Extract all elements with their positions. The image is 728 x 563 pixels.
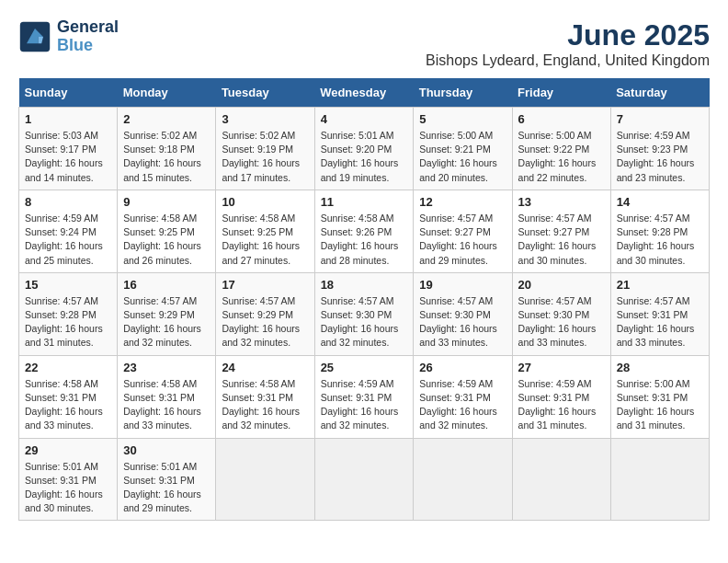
day-info: Sunrise: 4:58 AM Sunset: 9:25 PM Dayligh…: [222, 212, 308, 268]
day-info: Sunrise: 5:00 AM Sunset: 9:21 PM Dayligh…: [419, 129, 506, 185]
day-info: Sunrise: 5:03 AM Sunset: 9:17 PM Dayligh…: [25, 129, 111, 185]
day-info: Sunrise: 4:57 AM Sunset: 9:28 PM Dayligh…: [25, 294, 111, 350]
day-number: 11: [321, 195, 408, 209]
day-number: 25: [321, 361, 408, 374]
calendar-cell: 3Sunrise: 5:02 AM Sunset: 9:19 PM Daylig…: [216, 108, 314, 190]
day-info: Sunrise: 5:01 AM Sunset: 9:31 PM Dayligh…: [123, 460, 210, 516]
calendar-cell: 4Sunrise: 5:01 AM Sunset: 9:20 PM Daylig…: [314, 108, 414, 190]
day-info: Sunrise: 4:57 AM Sunset: 9:31 PM Dayligh…: [617, 294, 703, 350]
day-info: Sunrise: 4:59 AM Sunset: 9:23 PM Dayligh…: [617, 129, 703, 185]
day-number: 20: [518, 278, 605, 292]
day-info: Sunrise: 4:59 AM Sunset: 9:31 PM Dayligh…: [518, 377, 605, 433]
day-number: 10: [222, 195, 308, 209]
day-info: Sunrise: 4:57 AM Sunset: 9:30 PM Dayligh…: [419, 294, 506, 350]
day-number: 3: [222, 112, 308, 126]
day-number: 28: [617, 361, 703, 374]
day-number: 26: [419, 361, 506, 374]
calendar-title: June 2025: [426, 18, 710, 52]
calendar-cell: 24Sunrise: 4:58 AM Sunset: 9:31 PM Dayli…: [216, 355, 314, 438]
calendar-cell: 30Sunrise: 5:01 AM Sunset: 9:31 PM Dayli…: [118, 438, 216, 521]
day-info: Sunrise: 4:59 AM Sunset: 9:31 PM Dayligh…: [419, 377, 506, 433]
title-block: June 2025 Bishops Lydeard, England, Unit…: [426, 18, 710, 69]
day-number: 21: [617, 278, 703, 292]
day-number: 1: [25, 112, 111, 126]
calendar-cell: 7Sunrise: 4:59 AM Sunset: 9:23 PM Daylig…: [610, 108, 709, 190]
week-row-2: 8Sunrise: 4:59 AM Sunset: 9:24 PM Daylig…: [19, 190, 710, 272]
header-cell-thursday: Thursday: [414, 78, 512, 108]
calendar-cell: 22Sunrise: 4:58 AM Sunset: 9:31 PM Dayli…: [19, 355, 118, 438]
calendar-cell: 26Sunrise: 4:59 AM Sunset: 9:31 PM Dayli…: [414, 355, 512, 438]
day-info: Sunrise: 4:58 AM Sunset: 9:31 PM Dayligh…: [123, 377, 210, 433]
calendar-cell: 29Sunrise: 5:01 AM Sunset: 9:31 PM Dayli…: [19, 438, 118, 521]
day-info: Sunrise: 4:59 AM Sunset: 9:31 PM Dayligh…: [321, 377, 408, 433]
calendar-cell: 12Sunrise: 4:57 AM Sunset: 9:27 PM Dayli…: [414, 190, 512, 272]
day-number: 12: [419, 195, 506, 209]
calendar-cell: 10Sunrise: 4:58 AM Sunset: 9:25 PM Dayli…: [216, 190, 314, 272]
day-number: 15: [25, 278, 111, 292]
logo-icon: [18, 20, 51, 53]
day-number: 18: [321, 278, 408, 292]
day-number: 5: [419, 112, 506, 126]
header-row: SundayMondayTuesdayWednesdayThursdayFrid…: [19, 78, 710, 108]
day-info: Sunrise: 4:58 AM Sunset: 9:31 PM Dayligh…: [25, 377, 111, 433]
calendar-cell: 27Sunrise: 4:59 AM Sunset: 9:31 PM Dayli…: [512, 355, 610, 438]
calendar-cell: 28Sunrise: 5:00 AM Sunset: 9:31 PM Dayli…: [610, 355, 709, 438]
calendar-cell: [610, 438, 709, 521]
calendar-cell: 2Sunrise: 5:02 AM Sunset: 9:18 PM Daylig…: [118, 108, 216, 190]
calendar-cell: 5Sunrise: 5:00 AM Sunset: 9:21 PM Daylig…: [414, 108, 512, 190]
calendar-cell: [216, 438, 314, 521]
header-cell-saturday: Saturday: [610, 78, 709, 108]
day-number: 2: [123, 112, 210, 126]
calendar-cell: 23Sunrise: 4:58 AM Sunset: 9:31 PM Dayli…: [118, 355, 216, 438]
header-cell-friday: Friday: [512, 78, 610, 108]
day-info: Sunrise: 4:57 AM Sunset: 9:27 PM Dayligh…: [518, 212, 605, 268]
day-info: Sunrise: 4:57 AM Sunset: 9:30 PM Dayligh…: [321, 294, 408, 350]
calendar-cell: 16Sunrise: 4:57 AM Sunset: 9:29 PM Dayli…: [118, 272, 216, 355]
day-number: 8: [25, 195, 111, 209]
day-number: 4: [321, 112, 408, 126]
day-info: Sunrise: 5:01 AM Sunset: 9:20 PM Dayligh…: [321, 129, 408, 185]
calendar-header: SundayMondayTuesdayWednesdayThursdayFrid…: [19, 78, 710, 108]
day-number: 6: [518, 112, 605, 126]
day-info: Sunrise: 4:58 AM Sunset: 9:26 PM Dayligh…: [321, 212, 408, 268]
day-info: Sunrise: 4:57 AM Sunset: 9:27 PM Dayligh…: [419, 212, 506, 268]
day-number: 29: [25, 443, 111, 457]
calendar-cell: 15Sunrise: 4:57 AM Sunset: 9:28 PM Dayli…: [19, 272, 118, 355]
calendar-cell: 19Sunrise: 4:57 AM Sunset: 9:30 PM Dayli…: [414, 272, 512, 355]
page-header: General Blue June 2025 Bishops Lydeard, …: [18, 18, 710, 69]
day-number: 27: [518, 361, 605, 374]
day-info: Sunrise: 5:00 AM Sunset: 9:31 PM Dayligh…: [617, 377, 703, 433]
calendar-cell: 17Sunrise: 4:57 AM Sunset: 9:29 PM Dayli…: [216, 272, 314, 355]
calendar-cell: [512, 438, 610, 521]
header-cell-monday: Monday: [118, 78, 216, 108]
day-number: 30: [123, 443, 210, 457]
day-info: Sunrise: 4:57 AM Sunset: 9:29 PM Dayligh…: [222, 294, 308, 350]
calendar-cell: 14Sunrise: 4:57 AM Sunset: 9:28 PM Dayli…: [610, 190, 709, 272]
day-info: Sunrise: 5:02 AM Sunset: 9:19 PM Dayligh…: [222, 129, 308, 185]
header-cell-tuesday: Tuesday: [216, 78, 314, 108]
day-info: Sunrise: 4:58 AM Sunset: 9:25 PM Dayligh…: [123, 212, 210, 268]
week-row-4: 22Sunrise: 4:58 AM Sunset: 9:31 PM Dayli…: [19, 355, 710, 438]
calendar-cell: 8Sunrise: 4:59 AM Sunset: 9:24 PM Daylig…: [19, 190, 118, 272]
calendar-cell: 11Sunrise: 4:58 AM Sunset: 9:26 PM Dayli…: [314, 190, 414, 272]
logo-text: General Blue: [57, 18, 119, 55]
calendar-cell: 21Sunrise: 4:57 AM Sunset: 9:31 PM Dayli…: [610, 272, 709, 355]
calendar-table: SundayMondayTuesdayWednesdayThursdayFrid…: [18, 78, 710, 521]
week-row-1: 1Sunrise: 5:03 AM Sunset: 9:17 PM Daylig…: [19, 108, 710, 190]
calendar-cell: 1Sunrise: 5:03 AM Sunset: 9:17 PM Daylig…: [19, 108, 118, 190]
day-number: 22: [25, 361, 111, 374]
calendar-cell: [414, 438, 512, 521]
day-number: 9: [123, 195, 210, 209]
day-info: Sunrise: 5:02 AM Sunset: 9:18 PM Dayligh…: [123, 129, 210, 185]
day-number: 14: [617, 195, 703, 209]
day-number: 16: [123, 278, 210, 292]
day-number: 13: [518, 195, 605, 209]
calendar-body: 1Sunrise: 5:03 AM Sunset: 9:17 PM Daylig…: [19, 108, 710, 521]
week-row-5: 29Sunrise: 5:01 AM Sunset: 9:31 PM Dayli…: [19, 438, 710, 521]
day-info: Sunrise: 4:57 AM Sunset: 9:28 PM Dayligh…: [617, 212, 703, 268]
header-cell-wednesday: Wednesday: [314, 78, 414, 108]
calendar-cell: [314, 438, 414, 521]
week-row-3: 15Sunrise: 4:57 AM Sunset: 9:28 PM Dayli…: [19, 272, 710, 355]
calendar-cell: 6Sunrise: 5:00 AM Sunset: 9:22 PM Daylig…: [512, 108, 610, 190]
logo: General Blue: [18, 18, 119, 55]
